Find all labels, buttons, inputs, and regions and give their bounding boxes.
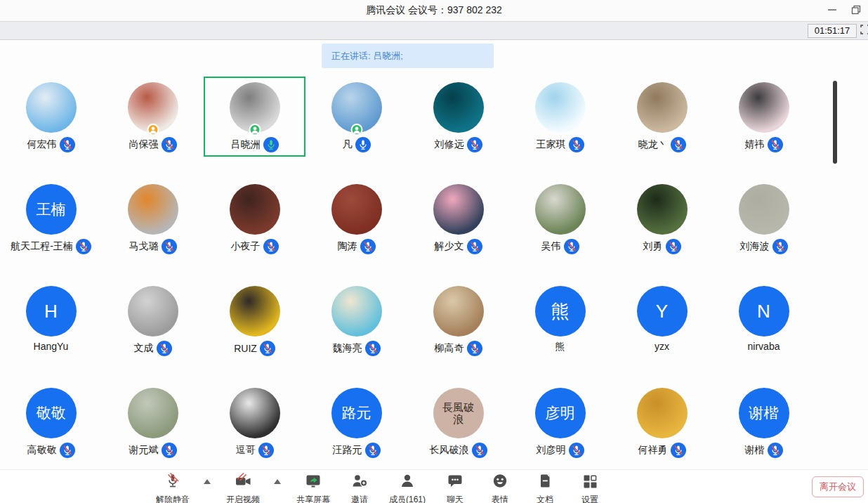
toolbar-settings-button[interactable]: 设置 bbox=[574, 470, 605, 503]
participant-name: 晓龙丶 bbox=[638, 138, 668, 151]
participant-name-row: 高敬敬 bbox=[27, 443, 75, 458]
participant-name-row: 吕晓洲 bbox=[231, 137, 279, 152]
toolbar-items: 解除静音 开启视频 共享屏幕 邀请 成员(161) 聊天 表情 文档 设置 bbox=[156, 470, 605, 503]
titlebar: 腾讯会议 会议号：937 802 232 bbox=[0, 0, 868, 21]
mic-muted-icon bbox=[569, 137, 584, 152]
participant-name-row: 解少文 bbox=[435, 239, 482, 254]
participant-name: 凡 bbox=[343, 138, 353, 151]
toolbar-invite-button[interactable]: 邀请 bbox=[344, 470, 375, 503]
avatar: N bbox=[739, 286, 789, 337]
toolbar-emoji-button[interactable]: 表情 bbox=[485, 470, 515, 503]
participant-tile[interactable]: 马戈璐 bbox=[102, 178, 204, 259]
toolbar-share-screen-button[interactable]: 共享屏幕 bbox=[296, 470, 330, 503]
participant-name-row: 凡 bbox=[343, 137, 371, 152]
avatar bbox=[433, 286, 484, 337]
mic-muted-icon bbox=[472, 443, 487, 458]
participant-name: 尚保强 bbox=[129, 138, 159, 151]
avatar bbox=[128, 286, 178, 337]
avatar-initials: H bbox=[44, 301, 58, 322]
participant-name: 小夜子 bbox=[231, 240, 261, 253]
participant-tile[interactable]: 魏海亮 bbox=[305, 280, 407, 360]
mic-muted-icon bbox=[768, 443, 783, 458]
toolbar-chat-button[interactable]: 聊天 bbox=[440, 470, 471, 503]
participant-tile[interactable]: 陶涛 bbox=[305, 178, 407, 259]
participant-name-row: 晓龙丶 bbox=[638, 137, 686, 152]
toolbar-unmute-options-arrow[interactable] bbox=[204, 470, 212, 484]
leave-meeting-button[interactable]: 离开会议 bbox=[812, 476, 864, 497]
participant-name: 何祥勇 bbox=[638, 444, 668, 457]
restore-button[interactable] bbox=[844, 0, 868, 20]
participant-tile[interactable]: 熊熊 bbox=[509, 280, 611, 360]
participant-tile[interactable]: 谢楷谢楷 bbox=[713, 382, 815, 462]
doc-icon bbox=[536, 472, 554, 493]
participant-tile[interactable]: RUIZ bbox=[204, 280, 305, 360]
badge-orange-icon bbox=[147, 124, 159, 136]
participant-tile[interactable]: 柳高奇 bbox=[407, 280, 509, 360]
participant-name: yzx bbox=[655, 341, 669, 352]
participant-tile[interactable]: HHangYu bbox=[0, 280, 102, 360]
window-title: 腾讯会议 会议号：937 802 232 bbox=[0, 4, 868, 17]
avatar: 路元 bbox=[331, 388, 382, 438]
mic-muted-icon bbox=[772, 239, 788, 254]
participant-tile[interactable]: 長風破浪长风破浪 bbox=[407, 382, 509, 462]
mic-muted-icon bbox=[157, 341, 172, 356]
toolbar-start-video-label: 开启视频 bbox=[226, 494, 260, 503]
participant-tile[interactable]: 婧祎 bbox=[713, 77, 815, 157]
participant-tile[interactable]: Nnirvaba bbox=[713, 280, 815, 360]
participant-tile[interactable]: 敬敬高敬敬 bbox=[0, 382, 102, 462]
participant-name-row: 汪路元 bbox=[333, 443, 381, 458]
toolbar-start-video-options-arrow[interactable] bbox=[274, 470, 282, 484]
participant-name-row: 刘修远 bbox=[435, 137, 482, 152]
participant-tile[interactable]: 王楠航天工程-王楠 bbox=[0, 178, 102, 259]
participant-tile[interactable]: 凡 bbox=[305, 77, 407, 157]
participant-tile[interactable]: 彦明刘彦明 bbox=[509, 382, 611, 462]
toolbar-members-button[interactable]: 成员(161) bbox=[389, 470, 426, 503]
participant-tile[interactable]: 吕晓洲 bbox=[204, 77, 305, 157]
toolbar-docs-button[interactable]: 文档 bbox=[530, 470, 560, 503]
toolbar-unmute-button[interactable]: 解除静音 bbox=[156, 470, 190, 503]
participant-name: 王家琪 bbox=[537, 138, 566, 151]
avatar: 彦明 bbox=[535, 388, 586, 438]
participant-tile[interactable]: 吴伟 bbox=[509, 178, 611, 259]
avatar bbox=[26, 82, 77, 133]
participant-tile[interactable]: 谢元斌 bbox=[102, 382, 204, 462]
participant-name-row: 王家琪 bbox=[537, 137, 584, 152]
speaking-banner: 正在讲话: 吕晓洲; bbox=[322, 44, 494, 68]
participant-tile[interactable]: 解少文 bbox=[407, 178, 509, 259]
participant-tile[interactable]: Yyzx bbox=[611, 280, 713, 360]
participant-tile[interactable]: 路元汪路元 bbox=[305, 382, 407, 462]
avatar bbox=[433, 82, 484, 133]
participant-tile[interactable]: 小夜子 bbox=[204, 178, 305, 259]
avatar: H bbox=[26, 286, 77, 337]
participant-name-row: RUIZ bbox=[234, 341, 275, 356]
participant-name: 汪路元 bbox=[333, 444, 362, 457]
participant-tile[interactable]: 尚保强 bbox=[102, 77, 204, 157]
toolbar-start-video-button[interactable]: 开启视频 bbox=[226, 470, 260, 503]
minimize-button[interactable] bbox=[820, 0, 844, 20]
mic-muted-icon bbox=[162, 443, 177, 458]
avatar bbox=[331, 184, 382, 235]
fullscreen-icon[interactable] bbox=[860, 25, 868, 34]
participant-name: 刘修远 bbox=[435, 138, 464, 151]
avatar bbox=[331, 82, 382, 133]
emoji-icon bbox=[491, 472, 509, 493]
participant-name-row: 小夜子 bbox=[231, 239, 279, 254]
participant-tile[interactable]: 文成 bbox=[102, 280, 204, 360]
chat-icon bbox=[446, 472, 464, 493]
participant-tile[interactable]: 何祥勇 bbox=[611, 382, 713, 462]
participant-tile[interactable]: 晓龙丶 bbox=[611, 77, 713, 157]
mic-muted-icon bbox=[258, 443, 274, 458]
mic-speaking-icon bbox=[263, 137, 279, 152]
participant-tile[interactable]: 何宏伟 bbox=[0, 77, 102, 157]
participant-tile[interactable]: 刘修远 bbox=[407, 77, 509, 157]
participant-tile[interactable]: 刘勇 bbox=[611, 178, 713, 259]
mic-muted-icon bbox=[671, 137, 686, 152]
participant-name: 吕晓洲 bbox=[231, 138, 261, 151]
participant-tile[interactable]: 王家琪 bbox=[509, 77, 611, 157]
mic-on-icon bbox=[355, 137, 371, 152]
participant-tile[interactable]: 逗哥 bbox=[204, 382, 305, 462]
avatar-initials: Y bbox=[656, 301, 668, 322]
scrollbar-thumb[interactable] bbox=[833, 81, 837, 164]
participant-name-row: 刘勇 bbox=[643, 239, 681, 254]
participant-tile[interactable]: 刘海波 bbox=[713, 178, 815, 259]
